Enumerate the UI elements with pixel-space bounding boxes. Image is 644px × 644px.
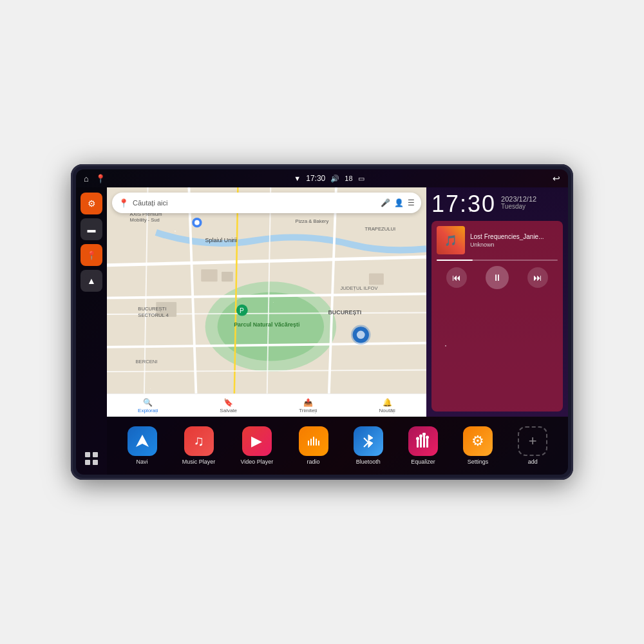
svg-point-44 [351, 325, 371, 345]
map-news-btn[interactable]: 🔔 Noutăți [379, 398, 395, 413]
equalizer-bars-icon [415, 433, 431, 450]
svg-rect-54 [426, 438, 428, 448]
svg-rect-18 [222, 272, 233, 281]
map-explore-btn[interactable]: 🔍 Explorați [138, 398, 158, 413]
navi-icon: ▲ [87, 276, 96, 286]
svg-rect-47 [310, 439, 312, 446]
send-label: Trimiteți [299, 408, 317, 413]
app-settings[interactable]: ⚙ Settings [463, 426, 493, 465]
svg-text:BUCUREȘTI: BUCUREȘTI [138, 306, 166, 312]
main-area: ⚙ ▬ 📍 ▲ [76, 187, 568, 475]
settings-gear-icon: ⚙ [471, 433, 484, 450]
location-icon: 📍 [86, 251, 97, 260]
menu-icon[interactable]: ☰ [408, 198, 415, 207]
track-details: Lost Frequencies_Janie... Unknown [470, 233, 558, 248]
app-video-player[interactable]: ▶ Video Player [240, 426, 273, 465]
battery-icon: ▭ [358, 175, 365, 183]
map-search-bar[interactable]: 📍 Căutați aici 🎤 👤 ☰ [112, 193, 421, 213]
clock-day: Tuesday [501, 203, 536, 210]
sidebar-grid-btn[interactable] [80, 448, 102, 469]
svg-rect-49 [316, 439, 317, 446]
top-row: G o o g l e Splaiul Unirii [107, 187, 568, 417]
app-radio[interactable]: radio [299, 426, 328, 465]
clock-widget: 17:30 2023/12/12 Tuesday [431, 193, 563, 216]
music-track-info: 🎵 Lost Frequencies_Janie... Unknown [437, 226, 558, 254]
clock-date: 2023/12/12 Tuesday [501, 193, 536, 210]
album-art: 🎵 [437, 226, 465, 254]
map-container: G o o g l e Splaiul Unirii [107, 187, 426, 417]
play-icon: ▶ [251, 433, 262, 450]
app-add[interactable]: + add [518, 426, 547, 465]
mic-icon[interactable]: 🎤 [381, 198, 390, 207]
svg-rect-53 [423, 435, 425, 448]
sidebar: ⚙ ▬ 📍 ▲ [76, 187, 107, 475]
status-time: 17:30 [306, 174, 325, 183]
svg-rect-0 [85, 452, 90, 457]
map-search-text: Căutați aici [133, 199, 377, 207]
album-art-inner: 🎵 [437, 226, 465, 254]
device: ⌂ 📍 ▼ 17:30 🔊 18 ▭ ↩ ⚙ ▬ [71, 164, 573, 480]
svg-text:Splaiul Unirii: Splaiul Unirii [205, 237, 237, 243]
pause-icon: ⏸ [493, 272, 502, 283]
prev-button[interactable]: ⏮ [446, 267, 467, 288]
navi-label: Navi [137, 459, 148, 465]
sidebar-settings-btn[interactable]: ⚙ [80, 193, 102, 214]
back-icon[interactable]: ↩ [553, 173, 560, 184]
sidebar-location-btn[interactable]: 📍 [80, 244, 102, 266]
status-left: ⌂ 📍 [84, 174, 106, 184]
next-button[interactable]: ⏭ [527, 267, 548, 288]
track-name: Lost Frequencies_Janie... [470, 233, 558, 240]
add-plus-icon: + [529, 433, 537, 450]
account-icon[interactable]: 👤 [394, 198, 404, 207]
svg-rect-52 [420, 437, 422, 448]
svg-text:JUDEȚUL ILFOV: JUDEȚUL ILFOV [340, 285, 378, 291]
add-label: add [528, 459, 538, 465]
svg-text:Mobility - Sud: Mobility - Sud [130, 217, 160, 223]
music-player-label: Music Player [182, 459, 216, 465]
status-bar: ⌂ 📍 ▼ 17:30 🔊 18 ▭ ↩ [76, 169, 568, 187]
map-section[interactable]: G o o g l e Splaiul Unirii [107, 187, 426, 417]
map-saved-btn[interactable]: 🔖 Salvate [220, 398, 237, 413]
home-icon[interactable]: ⌂ [84, 174, 89, 184]
music-progress-bar[interactable] [437, 260, 558, 261]
equalizer-label: Equalizer [411, 459, 435, 465]
clock-time: 17:30 [431, 193, 496, 216]
map-send-btn[interactable]: 📤 Trimiteți [299, 398, 317, 413]
video-player-label: Video Player [240, 459, 273, 465]
svg-rect-50 [318, 440, 319, 446]
sidebar-folder-btn[interactable]: ▬ [80, 218, 102, 240]
music-controls: ⏮ ⏸ ⏭ [437, 266, 558, 289]
navi-icon-bg [128, 426, 157, 456]
radio-icon-bg [299, 426, 328, 456]
volume-icon: 🔊 [330, 175, 339, 183]
explore-label: Explorați [138, 408, 158, 413]
sidebar-navi-btn[interactable]: ▲ [80, 270, 102, 292]
play-pause-button[interactable]: ⏸ [486, 266, 509, 289]
svg-point-55 [416, 437, 419, 440]
map-shortcut-icon[interactable]: 📍 [95, 174, 106, 184]
battery-level: 18 [345, 175, 352, 182]
app-navi[interactable]: Navi [128, 426, 157, 465]
bluetooth-label: Bluetooth [356, 459, 381, 465]
music-widget: 🎵 Lost Frequencies_Janie... Unknown [431, 221, 563, 412]
saved-icon: 🔖 [223, 398, 233, 407]
app-bluetooth[interactable]: Bluetooth [354, 426, 383, 465]
video-player-icon-bg: ▶ [242, 426, 272, 456]
svg-point-57 [422, 433, 426, 436]
svg-text:TRAPEZULUI: TRAPEZULUI [365, 226, 395, 232]
content-area: G o o g l e Splaiul Unirii [107, 187, 568, 475]
screen: ⌂ 📍 ▼ 17:30 🔊 18 ▭ ↩ ⚙ ▬ [76, 169, 568, 475]
next-icon: ⏭ [533, 272, 542, 283]
navi-arrow-icon [134, 433, 151, 450]
bluetooth-icon-bg [354, 426, 383, 456]
track-artist: Unknown [470, 242, 558, 248]
app-equalizer[interactable]: Equalizer [408, 426, 438, 465]
radio-label: radio [307, 459, 320, 465]
svg-rect-46 [308, 440, 309, 446]
svg-rect-1 [93, 452, 98, 457]
map-bottom-bar: 🔍 Explorați 🔖 Salvate 📤 Trimiteți [107, 393, 426, 417]
news-label: Noutăți [379, 408, 395, 413]
app-music-player[interactable]: ♫ Music Player [182, 426, 216, 465]
svg-rect-20 [369, 273, 384, 285]
svg-point-58 [426, 436, 429, 439]
